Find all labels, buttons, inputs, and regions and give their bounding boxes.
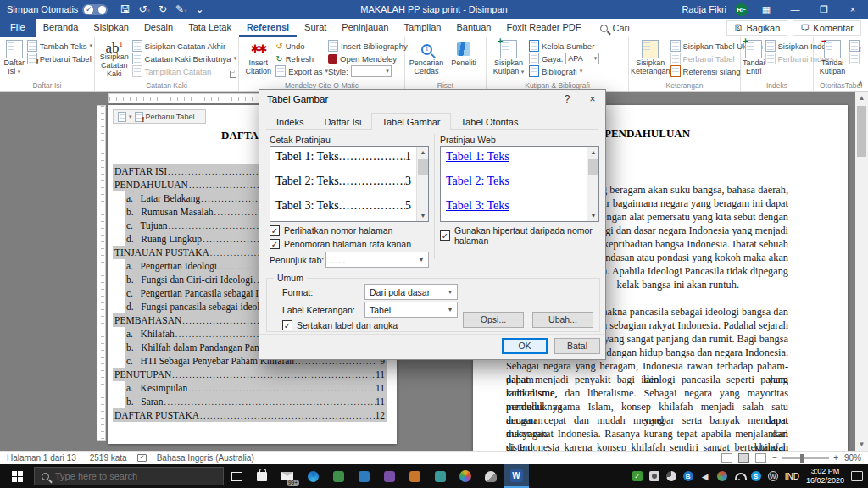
skype-icon[interactable]: S [751,471,761,481]
dialog-tab-tabel-otoritas[interactable]: Tabel Otoritas [451,114,529,130]
tell-me-search[interactable]: Cari [600,23,629,33]
pencarian-cerdas-button[interactable]: Pencarian Cerdas [407,39,446,78]
open-mendeley-button[interactable]: Open Mendeley [328,53,403,64]
dialog-close-icon[interactable]: × [580,93,605,105]
print-preview-scrollbar[interactable]: ▲▼ [416,147,428,221]
toc-entry[interactable]: a. Kesimpulan11 [125,381,387,395]
tab-leader-combobox[interactable]: ......▾ [326,252,429,268]
read-mode-icon[interactable] [721,453,732,463]
toc-entry[interactable]: PENUTUPAN11 [113,368,387,381]
horizontal-ruler[interactable] [108,93,259,103]
preview-hyperlink[interactable]: Tabel 2: Teks [446,175,509,187]
pinned-app-5[interactable] [427,464,453,488]
mendeley-refresh-button[interactable]: ↻Refresh [275,53,328,64]
preview-hyperlink[interactable]: Tabel 1: Teks [446,150,509,163]
scroll-down-icon[interactable]: ▼ [855,438,868,451]
input-language[interactable]: IND [785,472,799,481]
toc-entry[interactable]: b. Saran11 [125,395,387,408]
share-button[interactable]: 🖻Bagikan [726,20,788,36]
dialog-tab-tabel-gambar[interactable]: Tabel Gambar [371,113,450,130]
redo-icon[interactable]: ↻ [159,3,167,15]
close-button[interactable]: × [843,4,863,14]
right-align-page-numbers-checkbox[interactable]: ✓Penomoran halaman rata kanan [270,239,411,249]
preview-hyperlink[interactable]: Tabel 3: Teks [446,199,509,212]
pinned-app-1[interactable] [326,464,351,488]
format-painter-icon[interactable]: ✎▾ [175,3,187,15]
proofing-icon[interactable] [137,454,147,462]
zoom-level[interactable]: 90% [844,453,861,463]
word-count[interactable]: 2519 kata [83,453,134,463]
volume-icon[interactable]: ◀ [700,471,710,481]
toc-update-icon[interactable] [135,112,143,122]
include-label-number-checkbox[interactable]: ✓Sertakan label dan angka [282,320,398,330]
sisipkan-keterangan-button[interactable]: Sisipkan Keterangan [631,39,670,78]
insert-bibliography-button[interactable]: Insert Bibliography [328,40,403,52]
satellite-app-button[interactable] [478,464,504,488]
scrollbar-thumb[interactable] [857,106,866,157]
undo-icon[interactable]: ↺▾ [138,3,150,15]
daftar-isi-button[interactable]: Daftar Isi ▾ [2,39,27,78]
insert-citation-button[interactable]: ✱✱ Insert Citation [241,39,275,78]
start-button[interactable] [0,464,34,488]
use-hyperlinks-checkbox[interactable]: ✓Gunakan hipertaut daripada nomor halama… [440,225,605,246]
web-layout-icon[interactable] [755,453,766,463]
tab-surat[interactable]: Surat [297,19,334,37]
tab-peninjauan[interactable]: Peninjauan [334,19,396,37]
zoom-knob[interactable] [800,454,804,463]
avatar[interactable]: RF [735,3,748,16]
save-icon[interactable]: 🖫 [120,3,130,15]
minimize-button[interactable]: — [785,4,805,14]
catatan-kaki-berikutnya-button[interactable]: Catatan Kaki Berikutnya▾ [132,53,236,64]
ok-button[interactable]: OK [502,338,548,354]
tandai-entri-button[interactable]: Tandai Entri [743,39,765,78]
wifi-icon[interactable] [734,471,744,481]
tambah-teks-button[interactable]: Tambah Teks▾ [27,40,92,52]
tab-tampilan[interactable]: Tampilan [396,19,448,37]
browser-button[interactable] [300,464,326,488]
style-combobox[interactable]: ▾ [351,65,392,77]
ribbon-display-options-icon[interactable]: ▦ [756,4,776,15]
bibliografi-button[interactable]: Bibliografi▾ [529,65,599,77]
modify-button[interactable]: Ubah... [532,312,593,328]
sisipkan-catatan-kaki-button[interactable]: ab1 Sisipkan Catatan Kaki [97,39,132,78]
zoom-slider[interactable]: − + [772,453,838,463]
tandai-kutipan-button[interactable]: Tandai Kutipan [815,39,849,78]
tab-foxit-reader-pdf[interactable]: Foxit Reader PDF [498,19,588,37]
update-table-label[interactable]: Perbarui Tabel... [146,113,201,121]
format-combobox[interactable]: Dari pola dasar▾ [364,284,458,300]
wordpress-tray-icon[interactable]: W [768,471,778,481]
notification-center-icon[interactable] [851,471,863,481]
dialog-tab-daftar-isi[interactable]: Daftar Isi [314,114,371,130]
print-layout-icon[interactable] [738,453,749,463]
pinned-app-4[interactable] [402,464,427,488]
bluetooth-icon[interactable]: B [683,471,693,481]
customize-qat-icon[interactable]: ⌄ [196,3,204,15]
scroll-up-icon[interactable]: ▲ [855,92,868,104]
collapse-ribbon-icon[interactable]: ∧ [857,79,863,87]
taskbar-search-input[interactable] [55,471,199,481]
restore-button[interactable]: ❐ [814,4,834,15]
pinned-app-3[interactable] [376,464,402,488]
vertical-ruler[interactable] [97,105,106,441]
word-taskbar-button[interactable]: W [504,464,529,488]
toc-menu-icon[interactable] [118,112,126,122]
tab-bantuan[interactable]: Bantuan [448,19,498,37]
antivirus-tray-icon[interactable]: ✓ [632,471,643,481]
cancel-button[interactable]: Batal [554,338,600,354]
tab-referensi[interactable]: Referensi [239,19,297,37]
tab-file[interactable]: File [0,19,36,37]
options-button[interactable]: Opsi... [463,312,524,328]
page-indicator[interactable]: Halaman 1 dari 13 [0,453,83,463]
tray-app-icon[interactable] [717,471,727,481]
peneliti-button[interactable]: Peneliti [446,39,481,78]
show-page-numbers-checkbox[interactable]: ✓Perlihatkan nomor halaman [270,225,392,236]
mail-button[interactable]: 99+ [275,464,300,488]
insert-table-authorities-button[interactable] [849,40,860,52]
comment-button[interactable]: 🗩Komentar [793,20,861,36]
taskbar-clock[interactable]: 3:02 PM16/02/2020 [806,467,844,485]
taskbar-search[interactable] [34,467,224,485]
document-scrollbar[interactable]: ▲ ▼ [855,92,868,451]
toc-entry[interactable]: DAFTAR PUSTAKA12 [113,408,387,422]
caption-label-combobox[interactable]: Tabel▾ [364,302,458,318]
kelola-sumber-button[interactable]: Kelola Sumber [529,40,599,52]
